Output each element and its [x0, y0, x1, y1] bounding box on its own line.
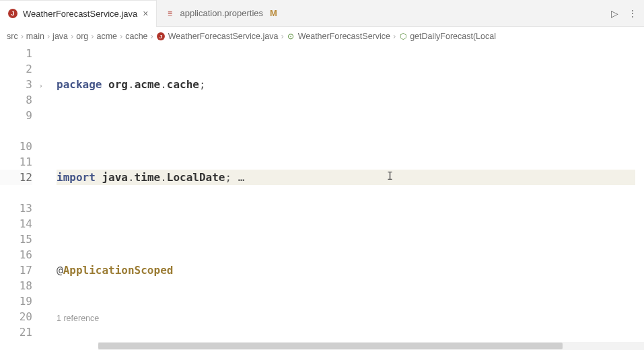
line-number: 17: [0, 262, 32, 278]
breadcrumb-item[interactable]: java: [52, 32, 68, 41]
line-number: 19: [0, 293, 32, 309]
line-number: 20: [0, 309, 32, 324]
breadcrumb: src› main› java› org› acme› cache› J Wea…: [0, 27, 644, 46]
breadcrumb-item[interactable]: WeatherForecastService.java: [168, 32, 279, 41]
run-controls: ▷ ⋮: [611, 8, 644, 19]
gutter: 1 2 3 › 8 9 10 11 12 13 14 15 16 17 18 1…: [0, 46, 42, 350]
line-number: 21: [0, 324, 32, 340]
breadcrumb-item[interactable]: main: [26, 32, 44, 41]
breadcrumb-item[interactable]: WeatherForecastService: [298, 32, 390, 41]
breadcrumb-item[interactable]: getDailyForecast(Local: [410, 32, 496, 41]
chevron-right-icon: ›: [120, 32, 122, 41]
class-icon: ⊙: [287, 32, 295, 41]
line-number: 13: [0, 201, 32, 216]
code-line: [57, 123, 644, 139]
code-line: package org.acme.cache;: [57, 77, 644, 92]
breadcrumb-item[interactable]: acme: [96, 32, 117, 41]
tab-bar: J WeatherForecastService.java × ≡ applic…: [0, 0, 644, 27]
line-number: 2: [0, 61, 32, 77]
code-line: [57, 216, 644, 232]
line-number: 8: [0, 92, 32, 108]
chevron-right-icon: ›: [91, 32, 94, 41]
chevron-right-icon: ›: [151, 32, 153, 41]
line-number: 9: [0, 108, 32, 123]
tab-application-properties[interactable]: ≡ application.properties M: [157, 0, 285, 27]
java-file-icon: J: [157, 32, 165, 40]
line-number: 16: [0, 247, 32, 262]
line-number: 14: [0, 216, 32, 232]
chevron-right-icon: ›: [47, 32, 50, 41]
line-number: 11: [0, 154, 32, 170]
chevron-right-icon: ›: [71, 32, 73, 41]
code-lens[interactable]: 1 reference: [57, 309, 644, 324]
modified-badge: M: [270, 8, 277, 18]
horizontal-scrollbar[interactable]: [98, 342, 644, 350]
tab-weather-service[interactable]: J WeatherForecastService.java ×: [0, 0, 157, 27]
breadcrumb-item[interactable]: cache: [125, 32, 147, 41]
code-line: import java.time.LocalDate; …: [57, 170, 644, 185]
scrollbar-thumb[interactable]: [98, 343, 563, 349]
run-icon[interactable]: ▷: [611, 8, 618, 19]
line-number: 12: [0, 170, 32, 185]
tab-label: application.properties: [180, 8, 263, 18]
method-icon: ⬡: [398, 32, 407, 41]
more-icon[interactable]: ⋮: [628, 8, 637, 19]
code-area[interactable]: package org.acme.cache; import java.time…: [42, 46, 644, 350]
chevron-right-icon: ›: [21, 32, 24, 41]
tab-label: WeatherForecastService.java: [23, 9, 137, 19]
code-line: @ApplicationScoped: [57, 262, 644, 278]
chevron-right-icon: ›: [393, 32, 396, 41]
properties-file-icon: ≡: [165, 9, 174, 18]
line-number: 3: [0, 77, 32, 92]
line-number: [0, 123, 32, 139]
line-number: 1: [0, 46, 32, 61]
line-number: [0, 185, 32, 201]
line-number: 18: [0, 278, 32, 293]
breadcrumb-item[interactable]: src: [7, 32, 18, 41]
java-file-icon: J: [8, 9, 17, 18]
line-number: 10: [0, 139, 32, 154]
line-number: 15: [0, 232, 32, 247]
editor[interactable]: 1 2 3 › 8 9 10 11 12 13 14 15 16 17 18 1…: [0, 46, 644, 350]
close-icon[interactable]: ×: [143, 8, 148, 19]
chevron-right-icon: ›: [281, 32, 283, 41]
breadcrumb-item[interactable]: org: [76, 32, 88, 41]
